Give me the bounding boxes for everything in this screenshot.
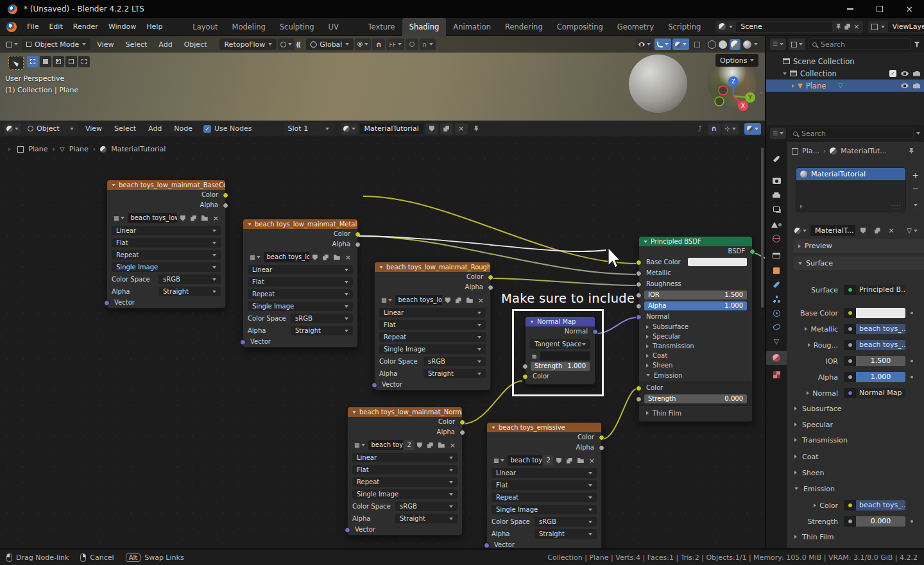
subsurface-section[interactable]: Subsurface	[639, 322, 752, 332]
outliner-display-mode-button[interactable]	[789, 38, 805, 50]
shader-editor[interactable]: Object View Select Add Node ✓Use Nodes S…	[0, 121, 765, 548]
source-select[interactable]: Single Image	[112, 262, 221, 272]
menu-help[interactable]: Help	[141, 22, 167, 31]
extension-select[interactable]: Repeat	[492, 493, 597, 502]
outliner-row-scene-collection[interactable]: Scene Collection	[766, 55, 924, 67]
image-texture-node-roughness[interactable]: beach toys_low_mainmat_Roughness.p... Co…	[374, 262, 491, 391]
select-difference-button[interactable]	[65, 56, 77, 67]
extension-select[interactable]: Repeat	[112, 250, 221, 260]
image-browse-button[interactable]: ▦	[248, 252, 262, 262]
extension-select[interactable]: Repeat	[352, 477, 458, 487]
use-nodes-checkbox[interactable]: ✓	[203, 125, 211, 133]
overlays-node-toggle[interactable]	[744, 123, 761, 135]
subsurface-section[interactable]: Subsurface	[794, 401, 842, 416]
open-image-button[interactable]	[200, 213, 210, 223]
menu-window[interactable]: Window	[103, 22, 141, 31]
editor-type-button[interactable]	[4, 123, 21, 135]
viewport-3d[interactable]: Object Mode View Select Add Object Retop…	[0, 36, 765, 121]
copy-image-button[interactable]	[189, 213, 198, 223]
tab-scene-icon[interactable]	[766, 217, 787, 232]
close-button[interactable]: ×	[894, 0, 924, 18]
projection-select[interactable]: Flat	[248, 277, 353, 287]
xray-toggle[interactable]	[690, 38, 703, 50]
alpha-socket[interactable]	[223, 203, 228, 208]
projection-select[interactable]: Flat	[112, 238, 221, 248]
animate-dot[interactable]	[911, 520, 913, 523]
open-image-button[interactable]	[465, 295, 475, 305]
roughness-link-field[interactable]: beach toys_...	[844, 340, 905, 350]
properties-search-input[interactable]: Search	[789, 128, 914, 139]
interpolation-select[interactable]: Linear	[352, 453, 458, 462]
show-gizmo-select[interactable]	[636, 38, 653, 50]
viewport-menu-object[interactable]: Object	[179, 40, 212, 49]
tab-physics-icon[interactable]	[766, 306, 787, 320]
color-socket[interactable]	[355, 232, 361, 237]
surface-panel-header[interactable]: Surface::::	[793, 257, 924, 270]
thin-film-section[interactable]: Thin Film	[639, 408, 752, 418]
source-select[interactable]: Single Image	[248, 301, 353, 311]
unlink-image-button[interactable]: ×	[343, 252, 353, 262]
snap-toggle[interactable]: ∩	[372, 38, 385, 50]
alpha-socket[interactable]	[488, 285, 493, 291]
menu-file[interactable]: File	[22, 22, 44, 31]
base-color-swatch[interactable]	[844, 308, 905, 318]
editor-type-button[interactable]	[4, 38, 21, 50]
image-browse-button[interactable]: ▦	[492, 455, 506, 466]
select-box-button[interactable]	[27, 56, 38, 67]
specular-section[interactable]: Specular	[794, 417, 833, 432]
tab-render-icon[interactable]	[766, 174, 787, 188]
outliner-row-plane[interactable]: ▼ Plane ▽	[766, 80, 924, 92]
material-name-field[interactable]: MaterialTutorial	[360, 124, 424, 134]
material-browse-button[interactable]	[341, 123, 358, 135]
unlink-image-button[interactable]: ×	[476, 295, 486, 305]
pin-icon[interactable]	[835, 24, 841, 30]
alpha-mode-select[interactable]: Straight	[395, 514, 458, 523]
retopoflow-menu[interactable]: RetopoFlow	[219, 38, 277, 50]
add-slot-button[interactable]: +	[910, 170, 921, 181]
shading-rendered-icon[interactable]	[743, 40, 751, 49]
delete-scene-icon[interactable]: ×	[853, 24, 859, 30]
workspace-tab-sculpting[interactable]: Sculpting	[273, 18, 321, 36]
slot-specials-chevron[interactable]	[800, 205, 803, 208]
workspace-tab-texture-paint[interactable]: Texture Paint	[361, 18, 402, 36]
unlink-material-button[interactable]: ×	[455, 123, 468, 135]
viewport-menu-select[interactable]: Select	[120, 40, 152, 49]
surface-shader-select[interactable]: Principled B...	[844, 285, 905, 295]
unlink-image-button[interactable]: ×	[587, 455, 597, 466]
interpolation-select[interactable]: Linear	[112, 226, 221, 235]
shading-solid-icon[interactable]	[719, 40, 727, 49]
strength-socket[interactable]	[522, 364, 528, 369]
shading-wireframe-icon[interactable]	[708, 40, 716, 49]
expand-icon[interactable]	[792, 84, 794, 88]
animate-dot[interactable]	[911, 376, 913, 378]
sidebar-collapse-chevron[interactable]: ‹	[760, 89, 763, 97]
vector-socket[interactable]	[240, 339, 246, 345]
color-socket[interactable]	[599, 435, 604, 441]
normal-socket[interactable]	[636, 314, 642, 320]
open-image-button[interactable]	[436, 440, 447, 450]
outliner-type-button[interactable]: ☰	[770, 38, 786, 50]
pin-icon[interactable]	[474, 126, 479, 131]
workspace-tab-layout[interactable]: Layout	[185, 18, 225, 36]
ior-socket[interactable]	[636, 292, 642, 298]
select-subtract-button[interactable]	[53, 56, 64, 67]
use-nodes-toggle[interactable]: ✓Use Nodes	[203, 124, 252, 133]
slot-select[interactable]: Slot 1	[284, 123, 334, 135]
transmission-section[interactable]: Transmission	[794, 433, 848, 447]
overlays-toggle[interactable]	[672, 38, 689, 50]
source-select[interactable]: Single Image	[379, 344, 486, 354]
ior-slider[interactable]: IOR1.500	[644, 291, 747, 299]
scrollbar[interactable]	[761, 148, 764, 308]
go-to-parent-icon[interactable]: ⤴	[698, 124, 702, 133]
strength-socket[interactable]	[636, 396, 642, 402]
pin-icon[interactable]	[909, 148, 914, 154]
workspace-tab-scripting[interactable]: Scripting	[661, 18, 708, 36]
alpha-socket[interactable]	[636, 303, 642, 309]
extension-select[interactable]: Repeat	[248, 289, 353, 299]
fake-user-button[interactable]	[443, 295, 452, 305]
snap-node-toggle[interactable]: ∩	[708, 123, 721, 135]
options-button[interactable]: Options	[715, 54, 758, 67]
workspace-tab-modeling[interactable]: Modeling	[225, 18, 272, 36]
source-select[interactable]: Single Image	[352, 489, 458, 499]
projection-select[interactable]: Flat	[492, 480, 597, 490]
